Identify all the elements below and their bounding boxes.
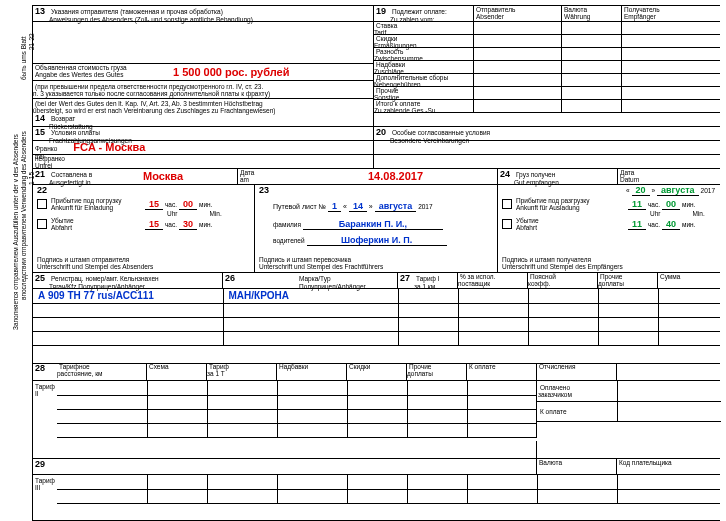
checkbox-arrival-unload[interactable] — [502, 199, 512, 209]
box-27-ru: Тариф I — [414, 275, 442, 282]
box-20-num: 20 — [374, 127, 388, 137]
b28-c2: Схема — [147, 363, 171, 370]
b21-date-de: am — [238, 176, 251, 183]
b22-dep-de: Abfahrt — [51, 224, 72, 231]
b15-uf-ru: нефранко — [33, 155, 67, 162]
box-27-num: 27 — [398, 273, 412, 283]
b19-r6: Итого к оплате Zu zahlende Ges.-Su. — [374, 100, 439, 114]
grid-29 — [57, 475, 720, 504]
b23-y: 2017 — [418, 203, 432, 210]
b21-date-ru: Дата — [238, 169, 256, 176]
b23-moname: августа — [375, 201, 417, 212]
b24-dateru: Дата — [618, 169, 636, 176]
b19-c1r: Отправитель — [474, 6, 517, 13]
b19-c2r: Валюта — [562, 6, 589, 13]
box-25-ru: Регистрац. номер/амт. Кельнзнахен — [49, 275, 161, 282]
box-15-num: 15 — [33, 127, 47, 137]
b23-name2: Шоферкин И. П. — [307, 235, 447, 246]
b13b-note-de: (bei der Wert des Gutes den lt. Kap. IV,… — [33, 100, 277, 114]
box-23-num: 23 — [257, 185, 271, 195]
b23-dr: водителей — [273, 237, 305, 244]
b23-mo: 14 — [349, 201, 367, 212]
b24-dep-ru: Убытие — [516, 217, 539, 224]
b23-name1: Баранкин П. И., — [303, 219, 443, 230]
box-26-ru: Марка/Тур — [239, 275, 333, 282]
b19-r4: Дополнительные сборы Nebengebühren — [374, 74, 448, 88]
b22-dep-m: 30 — [179, 219, 197, 230]
b22-sig-ru: Подпись и штамп отправителя — [37, 256, 129, 263]
b22-arr-m: 00 — [179, 199, 197, 210]
b28-r2: Оплачено заказчиком — [538, 384, 574, 398]
checkbox-arrival[interactable] — [37, 199, 47, 209]
b27-c1: % за испол. поставщик — [458, 273, 495, 287]
b22-hd: Uhr — [167, 210, 177, 217]
b24-sig-ru: Подпись и штамп получателя — [502, 256, 591, 263]
b21-date: 14.08.2017 — [368, 170, 423, 182]
b24-arr-m: 00 — [662, 199, 680, 210]
b19-r2: Разность Zwischensumme — [374, 48, 425, 62]
b28-c3: Тариф за 1 Т — [207, 363, 229, 377]
b23-fam: фамилия — [273, 221, 301, 228]
b28-c1: Тарифное расстояние, км — [57, 363, 105, 377]
checkbox-departure-unload[interactable] — [502, 219, 512, 229]
b23-sig-de: Unterschrift und Stempel des Frachtführe… — [259, 263, 383, 270]
b19-r5: Прочие Sonstige — [374, 87, 401, 101]
box-14-num: 14 — [33, 113, 47, 123]
b27-c3: Прочие доплаты — [598, 273, 626, 287]
b28-leftde: II — [35, 390, 39, 397]
declared-value: 1 500 000 рос. рублей — [173, 66, 289, 78]
b26-val: МАН/КРОНА — [225, 290, 289, 301]
b15-val: FCA - Москва — [73, 141, 145, 153]
box-24-ru: Груз получен — [514, 171, 557, 178]
b19-c2d: Währung — [562, 13, 592, 20]
b28-left: Тариф — [35, 383, 55, 390]
grid-28-left — [57, 381, 537, 438]
b19-c1d: Absender — [474, 13, 506, 20]
b13b-note-ru: (при превышении предела ответственности … — [33, 83, 272, 97]
box-19-num: 19 — [374, 6, 388, 16]
form-sheet: 13 Указания отправителя (таможенная и пр… — [32, 5, 720, 521]
b27-c4: Сумма — [658, 273, 682, 280]
box-28-num: 28 — [33, 363, 47, 373]
b29-c1: Валюта — [537, 459, 564, 466]
box-13-num: 13 — [33, 6, 47, 16]
box-29-num: 29 — [33, 459, 47, 469]
b24-datede: Datum — [618, 176, 641, 183]
b24-sig-de: Unterschrift und Stempel des Empfängers — [502, 263, 623, 270]
b22-arr-de: Ankunft für Einladung — [51, 204, 113, 211]
b22-arr-ru: Прибытие под погрузку — [51, 197, 121, 204]
b19-r0: Ставка Tarif — [374, 22, 397, 36]
left-margin: 21-22 быть ums Blatt 1-15 впоследствии о… — [0, 0, 32, 521]
b23-sig-ru: Подпись и штамп перевозчика — [259, 256, 351, 263]
box-22-num: 22 — [35, 185, 49, 195]
b21-place: Москва — [143, 170, 183, 182]
box-20-ru: Особые согласованные условия — [390, 129, 492, 136]
b15-uf-de: Unfrei — [33, 162, 54, 169]
box-15-ru: Условия оплаты — [49, 129, 102, 136]
b28-r3: К оплате — [538, 408, 569, 415]
b22-m: мин. — [199, 201, 213, 208]
b23-d: 1 — [328, 201, 341, 212]
b22-md: Min. — [209, 210, 221, 217]
b22-h: час. — [165, 201, 177, 208]
b24-y: 2017 — [701, 187, 715, 194]
b24-arr-de: Ankunft für Ausladung — [516, 204, 580, 211]
b19-r3: Надбавки Zuschläge — [374, 61, 406, 75]
side-txt3: Заполняется отправителем Auszufüllen unt… — [12, 134, 19, 330]
box-19-ru: Подлежит оплате: — [390, 8, 449, 15]
checkbox-departure[interactable] — [37, 219, 47, 229]
box-21-ru: Составлена в — [49, 171, 94, 178]
box-13-ru: Указания отправителя (таможенная и проча… — [49, 8, 225, 15]
b24-arr-ru: Прибытие под разгрузку — [516, 197, 589, 204]
b29-left: Тариф — [35, 477, 55, 484]
b29-c2: Код плательщика — [617, 459, 674, 466]
box-26-num: 26 — [223, 273, 237, 283]
b28-c5: Скидки — [347, 363, 372, 370]
b23-way: Путевой лист № — [273, 203, 326, 210]
b22-dep-ru: Убытие — [51, 217, 74, 224]
b24-dep-m: 40 — [662, 219, 680, 230]
box-25-num: 25 — [33, 273, 47, 283]
b25-val: А 909 ТН 77 rus/АСС111 — [34, 290, 154, 301]
b13b-de: Angabe des Wertes des Gutes — [33, 71, 125, 78]
b22-arr-h: 15 — [145, 199, 163, 210]
